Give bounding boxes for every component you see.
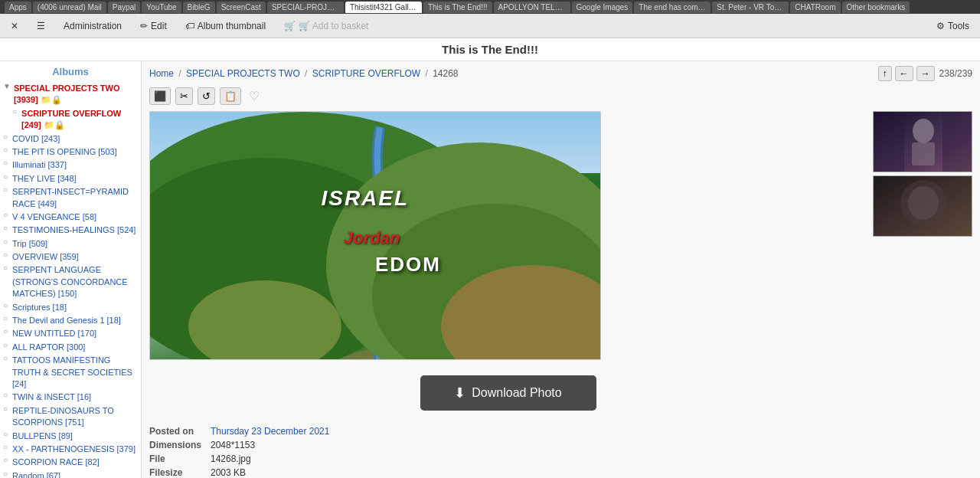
tab-bibleg[interactable]: BibleG xyxy=(183,2,215,13)
bullet-icon: ○ xyxy=(3,430,8,438)
tools-label: Tools xyxy=(948,21,969,31)
bullet-icon: ○ xyxy=(3,264,8,272)
admin-toolbar: ✕ ☰ Administration ✏ Edit 🏷 Album thumbn… xyxy=(0,14,980,38)
main-photo-container: ISRAEL Jordan EDOM ⬇ Download Photo Post… xyxy=(149,111,867,478)
sidebar-item[interactable]: ○THE PIT IS OPENING [503] xyxy=(3,146,138,159)
nav-prev-button[interactable]: ← xyxy=(895,66,913,81)
sidebar-item[interactable]: ○OVERVIEW [359] xyxy=(3,250,138,264)
side-thumbnail-2[interactable] xyxy=(873,175,972,237)
administration-button[interactable]: Administration xyxy=(59,18,126,34)
sidebar-item-scripture-overflow[interactable]: ○ SCRIPTURE OVERFLOW [249] 📁🔒 xyxy=(12,107,138,133)
tab-mail[interactable]: (4006 unread) Mail xyxy=(33,2,106,13)
menu-button[interactable]: ☰ xyxy=(32,18,50,34)
sidebar-item[interactable]: ○THEY LIVE [348] xyxy=(3,172,138,185)
page-title: This is The End!!! xyxy=(442,43,538,56)
photo-text-israel: ISRAEL xyxy=(321,186,409,211)
download-photo-button[interactable]: ⬇ Download Photo xyxy=(420,375,596,411)
tab-screencast[interactable]: ScreenCast xyxy=(217,2,266,13)
tab-apps[interactable]: Apps xyxy=(5,2,31,13)
sidebar-item[interactable]: ○ALL RAPTOR [300] xyxy=(3,341,138,354)
close-button[interactable]: ✕ xyxy=(6,18,23,34)
tab-stpeter[interactable]: St. Peter - VR Tours xyxy=(712,2,789,13)
side-thumbnail-1[interactable] xyxy=(873,111,972,172)
nav-arrows: ↑ ← → xyxy=(878,66,935,81)
bullet-icon: ○ xyxy=(3,314,8,322)
bullet-icon: ○ xyxy=(3,250,8,259)
edit-icon: ✏ xyxy=(140,21,148,31)
bullet-icon: ○ xyxy=(3,341,8,349)
basket-icon: 🛒 xyxy=(284,21,296,31)
tab-paypal[interactable]: Paypal xyxy=(108,2,141,13)
sidebar-item[interactable]: ○SERPENT-INSECT=PYRAMID RACE [449] xyxy=(3,185,138,211)
breadcrumb-path: Home / SPECIAL PROJECTS TWO / SCRIPTURE … xyxy=(149,68,459,79)
tool-clipboard-button[interactable]: 📋 xyxy=(220,87,241,105)
tab-gallery[interactable]: Thisistit4321 Gallery xyxy=(345,2,422,13)
side-thumb1-svg xyxy=(874,112,972,172)
sidebar-item[interactable]: ○SCORPION RACE [82] xyxy=(3,456,138,469)
bullet-icon: ○ xyxy=(3,470,8,478)
tab-google-images[interactable]: Google Images xyxy=(572,2,633,13)
breadcrumb-album2[interactable]: SCRIPTURE OVERFLOW xyxy=(312,68,420,79)
info-filesize: Filesize 2003 KB xyxy=(149,467,867,478)
breadcrumb-album1[interactable]: SPECIAL PROJECTS TWO xyxy=(186,68,300,79)
tool-rotate-button[interactable]: ↺ xyxy=(198,87,215,105)
photo-count: 238/239 xyxy=(939,68,972,79)
tool-crop-button[interactable]: ✂ xyxy=(175,87,193,105)
sidebar-item-special-projects[interactable]: ▼ SPECIAL PROJECTS TWO [3939] 📁🔒 xyxy=(3,82,138,107)
sidebar-item[interactable]: ○V 4 VENGEANCE [58] xyxy=(3,211,138,224)
tool-select-button[interactable]: ⬛ xyxy=(149,87,171,105)
tab-other[interactable]: Other bookmarks xyxy=(842,2,910,13)
favorite-button[interactable]: ♡ xyxy=(249,89,260,103)
tools-icon: ⚙ xyxy=(936,21,945,31)
bullet-icon: ○ xyxy=(3,301,8,309)
filesize-value: 2003 KB xyxy=(211,467,246,478)
bullet-icon: ○ xyxy=(3,224,8,232)
tab-youtube[interactable]: YouTube xyxy=(142,2,181,13)
sidebar-item[interactable]: ○TWIN & INSECT [16] xyxy=(3,391,138,404)
info-posted-on: Posted on Thursday 23 December 2021 xyxy=(149,426,867,437)
tools-button[interactable]: ⚙ Tools xyxy=(932,18,974,34)
download-label: Download Photo xyxy=(472,386,561,400)
sidebar-item[interactable]: ○TATTOOS MANIFESTING TRUTH & SECRET SOCI… xyxy=(3,354,138,391)
nav-next-button[interactable]: → xyxy=(916,66,935,81)
bullet-icon: ○ xyxy=(3,159,8,167)
sidebar-item[interactable]: ○NEW UNTITLED [170] xyxy=(3,327,138,340)
add-to-basket-label: 🛒 Add to basket xyxy=(299,21,368,31)
sidebar-item[interactable]: ○REPTILE-DINOSAURS TO SCORPIONS [751] xyxy=(3,404,138,430)
tab-end-come[interactable]: The end has come... xyxy=(634,2,710,13)
bullet-icon: ○ xyxy=(3,172,8,181)
bullet-icon: ○ xyxy=(3,133,8,141)
sidebar-item[interactable]: ○The Devil and Genesis 1 [18] xyxy=(3,314,138,327)
sidebar-item[interactable]: ○TESTIMONIES-HEALINGS [524] xyxy=(3,224,138,237)
bullet-icon: ○ xyxy=(3,185,8,194)
sidebar-item[interactable]: ○SERPENT LANGUAGE (STRONG'S CONCORDANCE … xyxy=(3,264,138,300)
sidebar-item[interactable]: ○Scriptures [18] xyxy=(3,301,138,314)
bullet-icon: ○ xyxy=(3,404,8,413)
tab-end[interactable]: This is The End!!! xyxy=(423,2,492,13)
sidebar-item[interactable]: ○BULLPENS [89] xyxy=(3,430,138,443)
tab-apollyon[interactable]: APOLLYON TELEGR... xyxy=(494,2,570,13)
side-thumb2-svg xyxy=(874,176,972,237)
sidebar-item[interactable]: ○Trip [509] xyxy=(3,237,138,250)
posted-on-value[interactable]: Thursday 23 December 2021 xyxy=(211,426,329,437)
sidebar-item[interactable]: ○XX - PARTHENOGENESIS [379] xyxy=(3,443,138,456)
sidebar-item[interactable]: ○Illuminati [337] xyxy=(3,159,138,172)
photo-text-jordan: Jordan xyxy=(344,228,400,248)
nav-up-button[interactable]: ↑ xyxy=(878,66,892,81)
breadcrumb-home[interactable]: Home xyxy=(149,68,174,79)
album-thumbnail-icon: 🏷 xyxy=(185,21,194,31)
tab-special-projects[interactable]: SPECIAL-PROJECTS xyxy=(267,2,344,13)
edit-button[interactable]: ✏ Edit xyxy=(136,18,172,34)
add-to-basket-button[interactable]: 🛒 🛒 Add to basket xyxy=(279,18,373,34)
album-thumbnail-button[interactable]: 🏷 Album thumbnail xyxy=(181,18,270,34)
sidebar-item[interactable]: ○Random [67] xyxy=(3,470,138,478)
tab-chatroom[interactable]: CHATRoom xyxy=(790,2,840,13)
photo-display-area: ISRAEL Jordan EDOM ⬇ Download Photo Post… xyxy=(149,111,972,478)
sidebar-item[interactable]: ○COVID [243] xyxy=(3,133,138,146)
bullet-icon: ○ xyxy=(3,443,8,451)
info-dimensions: Dimensions 2048*1153 xyxy=(149,440,867,450)
breadcrumb: Home / SPECIAL PROJECTS TWO / SCRIPTURE … xyxy=(149,66,972,81)
svg-point-21 xyxy=(908,186,939,220)
main-photo[interactable]: ISRAEL Jordan EDOM xyxy=(149,111,601,360)
file-value: 14268.jpg xyxy=(211,453,251,464)
